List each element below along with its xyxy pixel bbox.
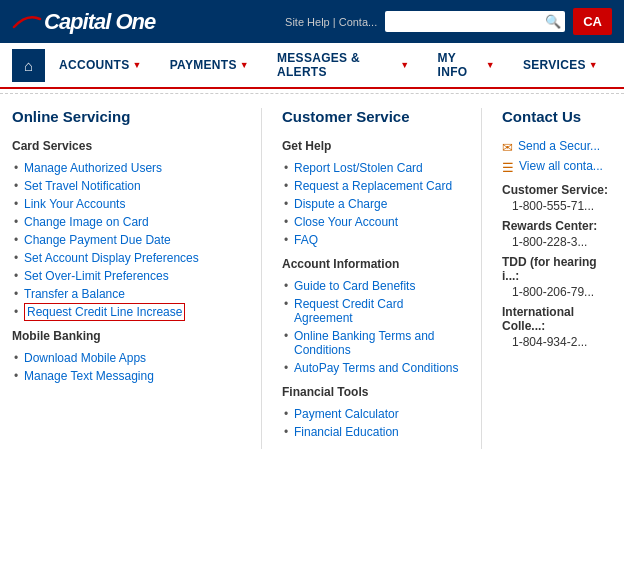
get-help-label: Get Help: [282, 139, 461, 153]
list-item: Link Your Accounts: [12, 195, 241, 213]
list-item: Close Your Account: [282, 213, 461, 231]
nav-messages[interactable]: MESSAGES & ALERTS ▼: [263, 43, 424, 87]
list-item: Request Credit Line Increase: [12, 303, 241, 321]
secure-message-row: ✉ Send a Secur...: [502, 139, 612, 155]
ca-button[interactable]: CA: [573, 8, 612, 35]
logo-text: Capital One: [44, 9, 155, 35]
phone-sections: Customer Service: 1-800-555-71... Reward…: [502, 183, 612, 349]
payments-chevron: ▼: [240, 60, 249, 70]
manage-authorized-users-link[interactable]: Manage Authorized Users: [24, 161, 162, 175]
list-item: Online Banking Terms and Conditions: [282, 327, 461, 359]
tdd-phone-number: 1-800-206-79...: [502, 285, 612, 299]
view-all-contacts-link[interactable]: View all conta...: [519, 159, 603, 173]
services-chevron: ▼: [589, 60, 598, 70]
transfer-balance-link[interactable]: Transfer a Balance: [24, 287, 125, 301]
nav-home[interactable]: ⌂: [12, 49, 45, 82]
change-image-on-card-link[interactable]: Change Image on Card: [24, 215, 149, 229]
myinfo-chevron: ▼: [486, 60, 495, 70]
mobile-banking-list: Download Mobile Apps Manage Text Messagi…: [12, 349, 241, 385]
intl-phone-section: International Colle...: 1-804-934-2...: [502, 305, 612, 349]
list-item: AutoPay Terms and Conditions: [282, 359, 461, 377]
financial-tools-label: Financial Tools: [282, 385, 461, 399]
close-your-account-link[interactable]: Close Your Account: [294, 215, 398, 229]
customer-service-title: Customer Service: [282, 108, 461, 129]
header-right: Site Help | Conta... 🔍 CA: [285, 8, 612, 35]
content-area: Online Servicing Card Services Manage Au…: [0, 98, 624, 459]
customer-service-column: Customer Service Get Help Report Lost/St…: [262, 108, 482, 449]
list-item: Payment Calculator: [282, 405, 461, 423]
manage-text-messaging-link[interactable]: Manage Text Messaging: [24, 369, 154, 383]
get-help-list: Report Lost/Stolen Card Request a Replac…: [282, 159, 461, 249]
contact-us-column: Contact Us ✉ Send a Secur... ☰ View all …: [482, 108, 612, 449]
list-item: Download Mobile Apps: [12, 349, 241, 367]
nav-bar: ⌂ ACCOUNTS ▼ PAYMENTS ▼ MESSAGES & ALERT…: [0, 43, 624, 89]
request-replacement-card-link[interactable]: Request a Replacement Card: [294, 179, 452, 193]
nav-myinfo[interactable]: MY INFO ▼: [424, 43, 509, 87]
nav-payments[interactable]: PAYMENTS ▼: [156, 50, 263, 80]
card-services-label: Card Services: [12, 139, 241, 153]
online-servicing-title: Online Servicing: [12, 108, 241, 129]
messages-chevron: ▼: [400, 60, 409, 70]
list-item: Request a Replacement Card: [282, 177, 461, 195]
list-item: Change Image on Card: [12, 213, 241, 231]
request-credit-line-increase-link[interactable]: Request Credit Line Increase: [24, 303, 185, 321]
list-item: Manage Authorized Users: [12, 159, 241, 177]
list-item: FAQ: [282, 231, 461, 249]
autopay-terms-link[interactable]: AutoPay Terms and Conditions: [294, 361, 459, 375]
rewards-phone-number: 1-800-228-3...: [502, 235, 612, 249]
list-item: Set Account Display Preferences: [12, 249, 241, 267]
set-over-limit-prefs-link[interactable]: Set Over-Limit Preferences: [24, 269, 169, 283]
search-input[interactable]: [391, 15, 541, 29]
list-item: Manage Text Messaging: [12, 367, 241, 385]
logo-swoosh: [12, 15, 42, 29]
list-item: Set Travel Notification: [12, 177, 241, 195]
logo-area: Capital One: [12, 9, 155, 35]
list-item: Change Payment Due Date: [12, 231, 241, 249]
accounts-chevron: ▼: [132, 60, 141, 70]
tdd-phone-label: TDD (for hearing i...:: [502, 255, 612, 283]
download-mobile-apps-link[interactable]: Download Mobile Apps: [24, 351, 146, 365]
rewards-phone-label: Rewards Center:: [502, 219, 612, 233]
search-button[interactable]: 🔍: [545, 14, 561, 29]
account-info-label: Account Information: [282, 257, 461, 271]
intl-phone-number: 1-804-934-2...: [502, 335, 612, 349]
nav-services[interactable]: SERVICES ▼: [509, 50, 612, 80]
customer-service-phone-number: 1-800-555-71...: [502, 199, 612, 213]
envelope-icon: ✉: [502, 140, 513, 155]
search-box: 🔍: [385, 11, 565, 32]
set-account-display-prefs-link[interactable]: Set Account Display Preferences: [24, 251, 199, 265]
set-travel-notification-link[interactable]: Set Travel Notification: [24, 179, 141, 193]
site-help-link[interactable]: Site Help: [285, 16, 330, 28]
list-item: Transfer a Balance: [12, 285, 241, 303]
rewards-phone-section: Rewards Center: 1-800-228-3...: [502, 219, 612, 249]
list-item: Report Lost/Stolen Card: [282, 159, 461, 177]
mobile-banking-label: Mobile Banking: [12, 329, 241, 343]
list-item: Request Credit Card Agreement: [282, 295, 461, 327]
payment-calculator-link[interactable]: Payment Calculator: [294, 407, 399, 421]
dotted-separator: [0, 93, 624, 94]
account-info-list: Guide to Card Benefits Request Credit Ca…: [282, 277, 461, 377]
financial-education-link[interactable]: Financial Education: [294, 425, 399, 439]
customer-service-phone-label: Customer Service:: [502, 183, 612, 197]
contact-link[interactable]: Conta...: [339, 16, 378, 28]
dispute-charge-link[interactable]: Dispute a Charge: [294, 197, 387, 211]
report-lost-stolen-link[interactable]: Report Lost/Stolen Card: [294, 161, 423, 175]
list-item: Financial Education: [282, 423, 461, 441]
header-links: Site Help | Conta...: [285, 16, 377, 28]
change-payment-due-date-link[interactable]: Change Payment Due Date: [24, 233, 171, 247]
nav-accounts[interactable]: ACCOUNTS ▼: [45, 50, 156, 80]
intl-phone-label: International Colle...:: [502, 305, 612, 333]
list-item: Guide to Card Benefits: [282, 277, 461, 295]
request-card-agreement-link[interactable]: Request Credit Card Agreement: [294, 297, 403, 325]
contact-us-title: Contact Us: [502, 108, 612, 129]
list-item: Dispute a Charge: [282, 195, 461, 213]
send-secure-message-link[interactable]: Send a Secur...: [518, 139, 600, 153]
faq-link[interactable]: FAQ: [294, 233, 318, 247]
separator: |: [333, 16, 336, 28]
guide-card-benefits-link[interactable]: Guide to Card Benefits: [294, 279, 415, 293]
financial-tools-list: Payment Calculator Financial Education: [282, 405, 461, 441]
online-servicing-column: Online Servicing Card Services Manage Au…: [12, 108, 262, 449]
customer-service-phone-section: Customer Service: 1-800-555-71...: [502, 183, 612, 213]
link-your-accounts-link[interactable]: Link Your Accounts: [24, 197, 125, 211]
online-banking-terms-link[interactable]: Online Banking Terms and Conditions: [294, 329, 435, 357]
